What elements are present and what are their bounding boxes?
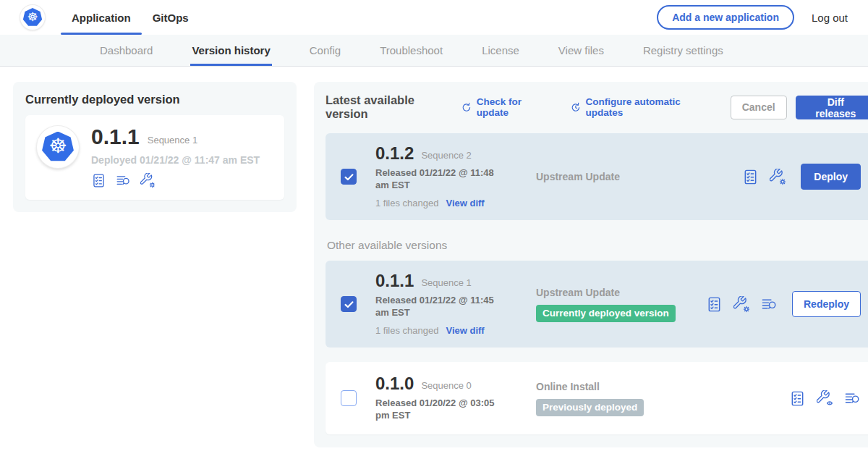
- version-row-0-1-2: 0.1.2 Sequence 2 Released 01/21/22 @ 11:…: [326, 133, 868, 220]
- tab-gitops[interactable]: GitOps: [142, 0, 200, 35]
- tab-gitops-label: GitOps: [153, 12, 189, 24]
- version-checkbox[interactable]: [341, 169, 357, 185]
- kubernetes-logo: ☸: [20, 5, 45, 30]
- sequence-label: Sequence 1: [421, 277, 471, 290]
- view-diff-link[interactable]: View diff: [446, 198, 484, 209]
- redeploy-button[interactable]: Redeploy: [792, 291, 861, 317]
- subnav-item-view-files[interactable]: View files: [558, 35, 604, 66]
- preflight-checklist-icon[interactable]: [742, 169, 759, 185]
- source-label: Upstream Update: [536, 171, 706, 182]
- topnav-right: Add a new application Log out: [657, 5, 848, 30]
- source-label: Online Install: [536, 381, 706, 392]
- deployed-version-line: 0.1.1 Sequence 1: [91, 126, 260, 148]
- edit-config-icon[interactable]: [733, 296, 750, 313]
- deployed-card-title: Currently deployed version: [25, 93, 284, 106]
- latest-version-header: Latest available version Check for updat…: [326, 93, 868, 121]
- version-source: Upstream Update: [536, 171, 706, 182]
- latest-version-title: Latest available version: [326, 93, 451, 121]
- subnav-item-license[interactable]: License: [482, 35, 519, 66]
- tab-application-label: Application: [72, 12, 131, 24]
- subnav-item-troubleshoot[interactable]: Troubleshoot: [380, 35, 443, 66]
- version-line: 0.1.1 Sequence 1: [375, 272, 520, 290]
- logout-button[interactable]: Log out: [812, 12, 848, 24]
- previously-deployed-badge: Previously deployed: [536, 399, 644, 416]
- check-for-update-label: Check for update: [477, 96, 550, 118]
- version-source: Upstream Update Currently deployed versi…: [536, 287, 706, 322]
- version-line: 0.1.0 Sequence 0: [375, 375, 520, 392]
- files-changed-line: 1 files changed View diff: [375, 198, 520, 209]
- cancel-button[interactable]: Cancel: [731, 96, 787, 119]
- preflight-checklist-icon[interactable]: [91, 173, 106, 188]
- sequence-label: Sequence 2: [421, 150, 471, 162]
- kubernetes-heptagon: ☸: [23, 8, 43, 27]
- files-changed-label: 1 files changed: [375, 198, 438, 209]
- kubernetes-heptagon: ☸: [42, 132, 75, 163]
- version-actions: Redeploy: [706, 291, 861, 317]
- app-subnav: Dashboard Version history Config Trouble…: [0, 35, 868, 67]
- deployed-version-info: 0.1.1 Sequence 1 Deployed 01/21/22 @ 11:…: [91, 126, 260, 188]
- released-timestamp: Released 01/20/22 @ 03:05 pm EST: [375, 397, 509, 422]
- version-row-0-1-0: 0.1.0 Sequence 0 Released 01/20/22 @ 03:…: [326, 362, 868, 434]
- schedule-refresh-icon: [570, 101, 582, 114]
- sequence-label: Sequence 0: [421, 380, 471, 392]
- top-navbar: ☸ Application GitOps Add a new applicati…: [0, 0, 868, 35]
- version-row-0-1-1: 0.1.1 Sequence 1 Released 01/21/22 @ 11:…: [326, 261, 868, 348]
- configure-automatic-updates-link[interactable]: Configure automatic updates: [570, 96, 711, 118]
- version-actions: Deploy: [742, 164, 861, 190]
- preflight-checklist-icon[interactable]: [706, 296, 723, 313]
- refresh-icon: [461, 101, 472, 114]
- version-checkbox[interactable]: [341, 390, 357, 406]
- add-application-button[interactable]: Add a new application: [657, 5, 794, 30]
- deployed-actions: [91, 173, 260, 188]
- version-history-panel: Latest available version Check for updat…: [314, 82, 868, 447]
- version-info: 0.1.0 Sequence 0 Released 01/20/22 @ 03:…: [375, 375, 520, 422]
- deploy-logs-icon[interactable]: [116, 173, 131, 188]
- subnav-item-registry-settings[interactable]: Registry settings: [643, 35, 723, 66]
- diff-releases-button[interactable]: Diff releases: [796, 96, 868, 119]
- top-tabs: Application GitOps: [61, 0, 200, 35]
- version-number: 0.1.2: [375, 145, 414, 162]
- configure-updates-label: Configure automatic updates: [586, 96, 711, 118]
- deploy-button[interactable]: Deploy: [801, 164, 861, 190]
- version-number: 0.1.0: [375, 375, 414, 392]
- edit-config-icon[interactable]: [140, 173, 156, 188]
- version-number: 0.1.1: [375, 272, 414, 290]
- released-timestamp: Released 01/21/22 @ 11:48 am EST: [375, 167, 509, 192]
- files-changed-line: 1 files changed View diff: [375, 325, 520, 336]
- version-checkbox[interactable]: [341, 296, 357, 312]
- version-info: 0.1.1 Sequence 1 Released 01/21/22 @ 11:…: [375, 272, 520, 336]
- released-timestamp: Released 01/21/22 @ 11:45 am EST: [375, 295, 509, 319]
- main-content: Currently deployed version ☸ 0.1.1 Seque…: [0, 67, 868, 447]
- deployed-sequence-label: Sequence 1: [148, 135, 197, 148]
- subnav-item-version-history[interactable]: Version history: [192, 35, 270, 66]
- source-label: Upstream Update: [536, 287, 706, 298]
- version-source: Online Install Previously deployed: [536, 381, 706, 416]
- version-line: 0.1.2 Sequence 2: [375, 145, 520, 162]
- tab-application[interactable]: Application: [61, 0, 142, 35]
- currently-deployed-badge: Currently deployed version: [536, 305, 676, 322]
- deploy-logs-icon[interactable]: [761, 296, 778, 313]
- deployed-version-card: ☸ 0.1.1 Sequence 1 Deployed 01/21/22 @ 1…: [25, 115, 284, 200]
- kubernetes-wheel-icon: ☸: [27, 11, 38, 23]
- check-for-update-link[interactable]: Check for update: [461, 96, 550, 118]
- app-logo: ☸: [37, 126, 79, 168]
- subnav-item-config[interactable]: Config: [310, 35, 341, 66]
- files-changed-label: 1 files changed: [375, 325, 438, 336]
- version-actions: [789, 390, 861, 407]
- preflight-checklist-icon[interactable]: [789, 390, 806, 407]
- version-info: 0.1.2 Sequence 2 Released 01/21/22 @ 11:…: [375, 145, 520, 209]
- deploy-logs-icon[interactable]: [844, 390, 861, 407]
- edit-config-icon[interactable]: [770, 169, 786, 185]
- currently-deployed-card: Currently deployed version ☸ 0.1.1 Seque…: [13, 82, 297, 212]
- kubernetes-wheel-icon: ☸: [48, 136, 67, 156]
- view-config-icon[interactable]: [817, 390, 833, 407]
- subnav-item-dashboard[interactable]: Dashboard: [100, 35, 153, 66]
- deployed-version-number: 0.1.1: [91, 126, 140, 148]
- deployed-timestamp: Deployed 01/21/22 @ 11:47 am EST: [91, 154, 260, 166]
- other-versions-label: Other available versions: [327, 239, 868, 252]
- view-diff-link[interactable]: View diff: [446, 325, 484, 336]
